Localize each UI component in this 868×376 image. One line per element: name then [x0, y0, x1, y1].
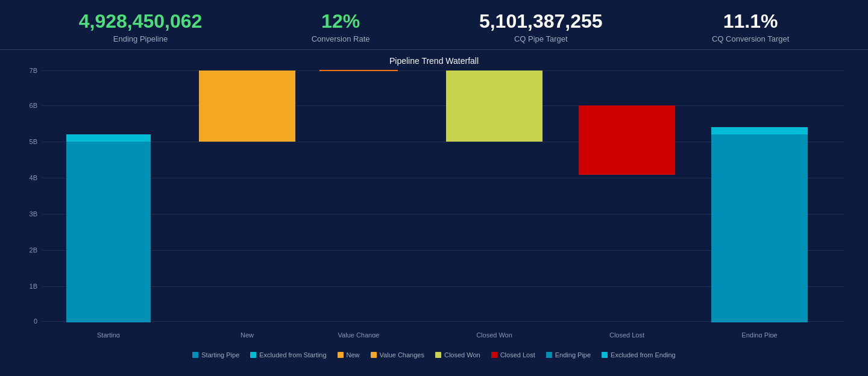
legend-dot-excluded-starting [250, 352, 256, 358]
closed-won-bar [446, 70, 542, 142]
x-label-new: New [241, 331, 254, 337]
ending-pipeline-metric: 4,928,450,062 Ending Pipeline [79, 11, 203, 43]
legend-closed-won: Closed Won [435, 351, 480, 359]
x-label-closed-won: Closed Won [476, 331, 512, 337]
cq-conversion-target-value: 11.1% [723, 11, 778, 32]
closed-lost-bar [579, 105, 675, 175]
starting-excluded-bar [66, 134, 151, 142]
cq-conversion-target-label: CQ Conversion Target [712, 34, 789, 43]
legend-label-new: New [347, 351, 360, 359]
conversion-rate-value: 12% [321, 11, 360, 32]
legend-label-closed-lost: Closed Lost [500, 351, 535, 359]
new-bar [199, 70, 295, 142]
chart-title: Pipeline Trend Waterfall [12, 56, 856, 66]
legend-label-closed-won: Closed Won [444, 351, 480, 359]
cq-pipe-target-value: 5,101,387,255 [479, 11, 603, 32]
legend-closed-lost: Closed Lost [491, 351, 535, 359]
legend-dot-ending-pipe [546, 352, 552, 358]
waterfall-chart: Starting New Value Change Closed Won Clo… [12, 69, 856, 337]
legend-label-excluded-starting: Excluded from Starting [259, 351, 326, 359]
legend-dot-closed-won [435, 352, 441, 358]
cq-conversion-target-metric: 11.1% CQ Conversion Target [712, 11, 789, 43]
legend-dot-value-changes [371, 352, 377, 358]
cq-pipe-target-metric: 5,101,387,255 CQ Pipe Target [479, 11, 603, 43]
chart-section: Pipeline Trend Waterfall 7B 6B 5B 4B 3B … [0, 50, 868, 359]
legend-dot-starting-pipe [192, 352, 198, 358]
ending-excluded-bar [711, 127, 808, 134]
cq-pipe-target-label: CQ Pipe Target [514, 34, 568, 43]
legend-new: New [338, 351, 360, 359]
x-label-ending-pipe: Ending Pipe [741, 331, 777, 337]
metrics-row: 4,928,450,062 Ending Pipeline 12% Conver… [0, 0, 868, 50]
legend-label-value-changes: Value Changes [380, 351, 424, 359]
ending-pipeline-value: 4,928,450,062 [79, 11, 203, 32]
legend-excluded-ending: Excluded from Ending [602, 351, 676, 359]
x-label-value-change: Value Change [338, 331, 380, 337]
starting-bar [66, 142, 151, 322]
legend-ending-pipe: Ending Pipe [546, 351, 591, 359]
x-label-closed-lost: Closed Lost [609, 331, 644, 337]
legend-excluded-starting: Excluded from Starting [250, 351, 326, 359]
legend-dot-excluded-ending [602, 352, 608, 358]
legend-starting-pipe: Starting Pipe [192, 351, 239, 359]
x-label-starting: Starting [97, 331, 120, 337]
chart-legend: Starting Pipe Excluded from Starting New… [12, 351, 856, 359]
conversion-rate-metric: 12% Conversion Rate [312, 11, 370, 43]
legend-label-ending-pipe: Ending Pipe [555, 351, 591, 359]
legend-dot-new [338, 352, 344, 358]
legend-dot-closed-lost [491, 352, 497, 358]
legend-value-changes: Value Changes [371, 351, 424, 359]
legend-label-starting-pipe: Starting Pipe [201, 351, 239, 359]
legend-label-excluded-ending: Excluded from Ending [611, 351, 676, 359]
ending-pipe-bar [711, 134, 808, 322]
ending-pipeline-label: Ending Pipeline [113, 34, 168, 43]
conversion-rate-label: Conversion Rate [312, 34, 370, 43]
chart-container: 7B 6B 5B 4B 3B 2B 1B 0 [12, 69, 856, 346]
